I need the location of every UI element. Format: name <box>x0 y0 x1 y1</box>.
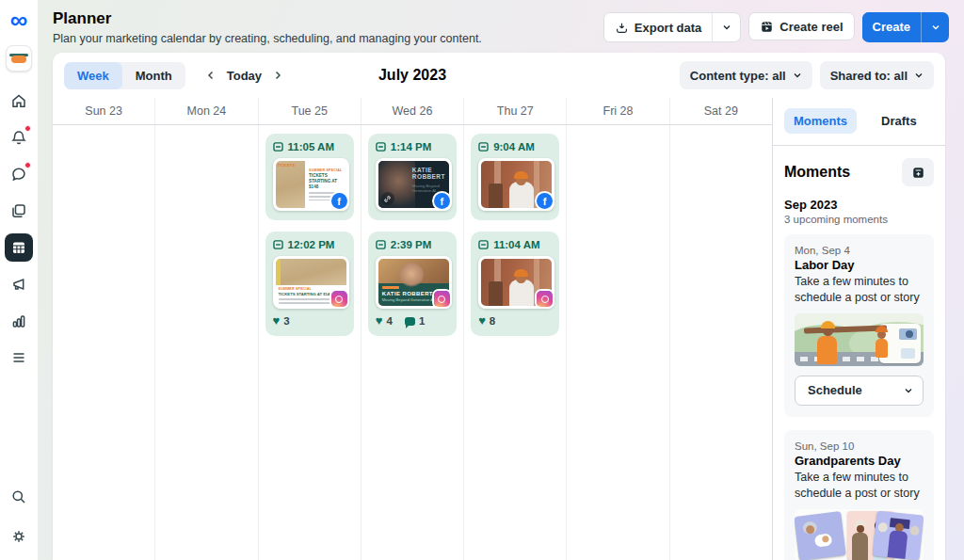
page-header: Planner Plan your marketing calendar by … <box>53 9 482 45</box>
view-toggle: Week Month <box>64 62 185 89</box>
day-header: Thu 27 <box>464 98 567 124</box>
create-button[interactable]: Create <box>862 12 921 40</box>
post-thumbnail: TICKETS SUMMER SPECIAL TICKETS STARTING … <box>273 158 349 211</box>
post-type-icon <box>376 142 386 152</box>
day-column-sat[interactable] <box>670 125 772 560</box>
add-to-calendar-button[interactable] <box>902 158 934 186</box>
week-view-tab[interactable]: Week <box>64 62 122 89</box>
month-view-tab[interactable]: Month <box>122 62 185 89</box>
schedule-button[interactable]: Schedule <box>795 376 924 406</box>
export-options-chevron[interactable] <box>712 13 740 41</box>
content-type-filter[interactable]: Content type: all <box>680 61 812 89</box>
post-thumbnail: f <box>478 158 554 211</box>
post-type-icon <box>478 240 489 249</box>
calendar-toolbar: Week Month Today July 2023 Content type:… <box>53 53 945 98</box>
download-icon <box>615 21 629 35</box>
post-engagement: ♥3 <box>273 315 346 327</box>
export-data-button[interactable]: Export data <box>604 13 713 41</box>
create-options-chevron[interactable] <box>921 12 949 42</box>
header-actions: Export data Create reel Create <box>603 12 949 42</box>
facebook-badge-icon: f <box>331 193 347 209</box>
home-icon[interactable] <box>5 87 33 115</box>
instagram-badge-icon <box>331 291 347 307</box>
business-avatar[interactable] <box>6 45 32 72</box>
day-header: Tue 25 <box>259 98 362 124</box>
facebook-badge-icon: f <box>434 193 450 209</box>
day-header: Fri 28 <box>567 98 669 124</box>
moment-date: Mon, Sep 4 <box>795 245 924 256</box>
today-button[interactable]: Today <box>223 69 265 83</box>
scheduled-post-card[interactable]: 11:05 AM TICKETS SUMMER SPECIAL TICKETS … <box>265 134 354 220</box>
post-type-icon <box>478 142 489 152</box>
post-engagement: ♥4 1 <box>376 315 449 327</box>
day-column-thu[interactable]: 9:04 AM f 11:04 AM <box>464 125 567 560</box>
moment-title: Grandparents Day <box>795 454 924 468</box>
day-header: Wed 26 <box>362 98 464 124</box>
likes-icon: ♥ <box>478 316 486 326</box>
comments-icon <box>405 317 415 326</box>
day-column-mon[interactable] <box>155 125 258 560</box>
scheduled-post-card[interactable]: 11:04 AM ♥8 <box>471 232 559 336</box>
inbox-badge <box>24 162 31 168</box>
chevron-left-icon <box>205 70 217 81</box>
post-thumbnail <box>478 256 554 309</box>
chevron-right-icon <box>272 70 283 81</box>
post-thumbnail: KATIE ROBBERT Moving Beyond Generative A… <box>376 158 452 211</box>
day-column-fri[interactable] <box>567 125 669 560</box>
day-header: Sat 29 <box>670 98 772 124</box>
notifications-icon[interactable] <box>5 123 33 152</box>
moment-title: Labor Day <box>795 258 924 272</box>
scheduled-post-card[interactable]: 1:14 PM KATIE ROBBERT Moving Beyond Gene… <box>368 134 457 220</box>
page-title: Planner <box>53 9 482 28</box>
create-reel-button[interactable]: Create reel <box>748 12 854 40</box>
moment-card-grandparents-day: Sun, Sep 10 Grandparents Day Take a few … <box>784 430 934 560</box>
app-sidebar: ∞ <box>0 0 38 560</box>
tab-moments[interactable]: Moments <box>784 108 857 134</box>
insights-icon[interactable] <box>5 307 33 335</box>
instagram-badge-icon <box>434 291 450 307</box>
calendar-grid: 11:05 AM TICKETS SUMMER SPECIAL TICKETS … <box>53 125 772 560</box>
day-column-sun[interactable] <box>53 125 155 560</box>
search-icon[interactable] <box>5 483 33 511</box>
post-type-icon <box>376 240 386 249</box>
beach-photo <box>276 259 346 285</box>
day-header: Mon 24 <box>155 98 258 124</box>
page-subtitle: Plan your marketing calendar by creating… <box>53 32 482 45</box>
tab-drafts[interactable]: Drafts <box>872 108 926 134</box>
instagram-badge-icon <box>537 291 553 307</box>
inbox-icon[interactable] <box>5 160 33 188</box>
day-header: Sun 23 <box>53 98 155 124</box>
scheduled-post-card[interactable]: 2:39 PM KATIE ROBBERT Moving Beyond Gene… <box>368 232 457 336</box>
scheduled-post-card[interactable]: 12:02 PM SUMMER SPECIAL TICKETS STARTING… <box>265 232 354 336</box>
beach-photo: TICKETS <box>276 161 306 208</box>
sidebar-nav <box>5 87 33 372</box>
shared-to-filter[interactable]: Shared to: all <box>820 61 934 89</box>
likes-count: 8 <box>490 315 495 327</box>
chevron-down-icon <box>904 386 913 395</box>
moment-card-labor-day: Mon, Sep 4 Labor Day Take a few minutes … <box>784 234 934 417</box>
create-split-button: Create <box>862 12 949 42</box>
planner-icon-active[interactable] <box>5 233 33 262</box>
chevron-down-icon <box>793 71 802 80</box>
reel-icon <box>760 20 774 34</box>
day-column-wed[interactable]: 1:14 PM KATIE ROBBERT Moving Beyond Gene… <box>362 125 464 560</box>
day-column-tue[interactable]: 11:05 AM TICKETS SUMMER SPECIAL TICKETS … <box>259 125 362 560</box>
planner-card: Week Month Today July 2023 Content type:… <box>53 53 945 560</box>
post-thumbnail: SUMMER SPECIAL TICKETS STARTING AT $148 <box>273 256 349 309</box>
chevron-down-icon <box>722 23 731 32</box>
content-icon[interactable] <box>5 197 33 225</box>
meta-logo-icon[interactable]: ∞ <box>10 8 28 32</box>
likes-count: 3 <box>283 315 289 327</box>
scheduled-post-card[interactable]: 9:04 AM f <box>471 134 559 220</box>
add-moment-icon <box>911 166 925 180</box>
more-menu-icon[interactable] <box>5 344 33 372</box>
settings-gear-icon[interactable] <box>5 522 33 551</box>
post-type-icon <box>273 142 283 152</box>
previous-week-button[interactable] <box>199 63 223 88</box>
next-week-button[interactable] <box>265 63 290 88</box>
ads-icon[interactable] <box>5 270 33 298</box>
moments-panel: Moments Drafts Moments Sep 2023 3 upcomi… <box>772 98 945 560</box>
post-type-icon <box>273 240 283 249</box>
labor-day-illustration <box>795 313 924 366</box>
comments-count: 1 <box>419 315 425 327</box>
